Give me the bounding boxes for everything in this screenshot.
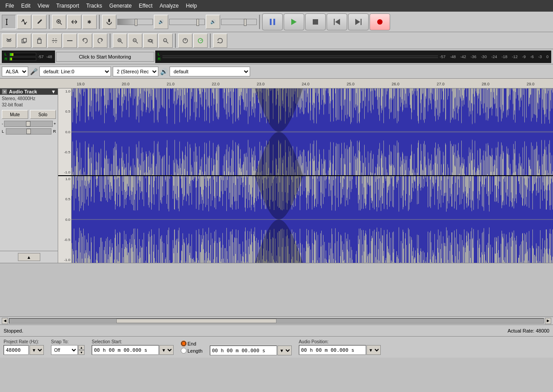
track-close-btn[interactable]: ✕ bbox=[2, 89, 7, 94]
trim-btn[interactable] bbox=[47, 34, 62, 48]
snap-to-select[interactable]: Off bbox=[51, 345, 78, 355]
cut-btn[interactable] bbox=[2, 34, 16, 48]
silence-btn[interactable] bbox=[63, 34, 77, 48]
selection-end-display[interactable]: 00 h 00 m 00.000 s bbox=[210, 346, 277, 355]
menu-transport[interactable]: Transport bbox=[53, 2, 83, 10]
selection-end-control: 00 h 00 m 00.000 s ▼ bbox=[210, 339, 292, 355]
skip-fwd-btn[interactable] bbox=[348, 13, 369, 30]
menu-tracks[interactable]: Tracks bbox=[83, 2, 106, 10]
svg-rect-12 bbox=[270, 19, 272, 25]
selection-end-dropdown[interactable]: ▼ bbox=[277, 346, 292, 355]
redo-btn[interactable] bbox=[93, 34, 107, 48]
scroll-left-btn[interactable]: ◀ bbox=[2, 318, 8, 324]
playback-meter-btn[interactable] bbox=[193, 34, 208, 48]
pan-row: L R bbox=[0, 128, 58, 135]
length-radio[interactable]: Length bbox=[181, 348, 203, 354]
selection-start-dropdown[interactable]: ▼ bbox=[159, 345, 174, 355]
mute-btn[interactable]: Mute bbox=[2, 110, 28, 119]
solo-btn[interactable]: Solo bbox=[30, 110, 56, 119]
scroll-thumb[interactable] bbox=[116, 319, 276, 323]
snap-down-btn[interactable]: ▼ bbox=[78, 350, 85, 355]
selection-start-label: Selection Start: bbox=[92, 339, 174, 344]
mic-icon-btn[interactable] bbox=[102, 15, 116, 29]
snap-up-btn[interactable]: ▲ bbox=[78, 345, 85, 350]
record-btn[interactable] bbox=[370, 13, 390, 30]
svg-rect-14 bbox=[313, 19, 318, 25]
waveform-display[interactable]: 1.0 0.5 0.0 -0.5 -1.0 1.0 0.5 0.0 -0.5 -… bbox=[58, 89, 553, 263]
input-volume-slider[interactable] bbox=[117, 19, 153, 25]
input-device-select[interactable]: default: Line:0 bbox=[39, 67, 111, 76]
multi-tool-btn[interactable]: ✱ bbox=[82, 15, 97, 29]
snap-to-control: Snap To: Off ▲ ▼ bbox=[51, 339, 85, 355]
click-monitor-btn[interactable]: Click to Start Monitoring bbox=[56, 52, 154, 62]
zoom-in-btn[interactable] bbox=[52, 15, 66, 29]
output-volume-slider[interactable] bbox=[169, 19, 205, 25]
scale-bottom: -1.0 bbox=[59, 170, 70, 174]
waveform-canvas-top[interactable] bbox=[72, 89, 553, 175]
copy-btn[interactable] bbox=[17, 34, 31, 48]
scroll-right-btn[interactable]: ▶ bbox=[545, 318, 551, 324]
pause-btn[interactable] bbox=[262, 13, 283, 30]
channel-bottom: 1.0 0.5 0.0 -0.5 -1.0 bbox=[58, 176, 553, 263]
audio-position-display[interactable]: 00 h 00 m 00.000 s bbox=[299, 345, 366, 355]
timeline-ruler[interactable]: 19.0 20.0 21.0 22.0 23.0 24.0 25.0 26.0 … bbox=[0, 79, 553, 89]
menu-effect[interactable]: Effect bbox=[135, 2, 156, 10]
zoom-fit-btn[interactable]: ↔ bbox=[158, 34, 173, 48]
menu-analyze[interactable]: Analyze bbox=[156, 2, 183, 10]
menu-view[interactable]: View bbox=[34, 2, 53, 10]
track-info: Stereo, 48000Hz 32-bit float bbox=[0, 95, 58, 109]
selection-start-display[interactable]: 00 h 00 m 00.000 s bbox=[92, 345, 159, 355]
loop-btn[interactable] bbox=[213, 34, 227, 48]
pan-tool-btn[interactable] bbox=[67, 15, 81, 29]
svg-rect-16 bbox=[361, 19, 362, 25]
selection-start-value: 00 h 00 m 00.000 s bbox=[94, 347, 147, 353]
output-speaker-icon: 🔊 bbox=[206, 15, 220, 29]
menu-generate[interactable]: Generate bbox=[106, 2, 135, 10]
driver-select[interactable]: ALSA bbox=[2, 67, 28, 76]
paste-btn[interactable] bbox=[32, 34, 47, 48]
project-rate-display[interactable]: 48000 bbox=[4, 345, 29, 355]
channels-select[interactable]: 2 (Stereo) Rec bbox=[113, 67, 158, 76]
stop-btn[interactable] bbox=[305, 13, 326, 30]
track-collapse-btn[interactable]: ▲ bbox=[18, 253, 40, 261]
scale-center: 0.0 bbox=[59, 130, 70, 134]
playback-volume-slider[interactable] bbox=[221, 19, 257, 25]
horizontal-scrollbar: ◀ ▶ bbox=[0, 316, 553, 325]
selection-tool-btn[interactable] bbox=[2, 15, 16, 29]
speaker-icon: 🔊 bbox=[160, 68, 168, 75]
undo-btn[interactable] bbox=[78, 34, 92, 48]
zoom-out-edit-btn[interactable] bbox=[128, 34, 142, 48]
audio-position-dropdown[interactable]: ▼ bbox=[366, 345, 381, 355]
waveform-canvas-bottom[interactable] bbox=[72, 176, 553, 263]
pan-slider[interactable] bbox=[6, 128, 51, 135]
gain-slider[interactable] bbox=[4, 121, 53, 127]
input-meter[interactable]: L R -57 -48 bbox=[2, 51, 55, 63]
project-rate-dropdown[interactable]: ▼ bbox=[30, 345, 44, 355]
skip-back-btn[interactable] bbox=[327, 13, 347, 30]
toolbar-sep-1 bbox=[49, 15, 50, 29]
svg-rect-15 bbox=[334, 19, 335, 25]
scroll-track[interactable] bbox=[9, 318, 544, 324]
tools-row: ↔ bbox=[0, 32, 553, 49]
end-radio[interactable]: End bbox=[181, 341, 203, 346]
envelope-tool-btn[interactable] bbox=[17, 15, 31, 29]
output-meter[interactable]: L R -57-48-42-36-30-24-18-12-9-6-30 bbox=[155, 51, 551, 63]
play-btn[interactable] bbox=[284, 13, 304, 30]
output-device-select[interactable]: default bbox=[170, 67, 250, 76]
pencil-tool-btn[interactable] bbox=[32, 15, 47, 29]
zoom-sel-btn[interactable] bbox=[143, 34, 157, 48]
length-label: Length bbox=[187, 348, 203, 354]
menu-help[interactable]: Help bbox=[183, 2, 201, 10]
length-radio-input[interactable] bbox=[181, 348, 187, 354]
track-title: Audio Track bbox=[9, 89, 37, 94]
svg-point-4 bbox=[24, 23, 26, 25]
menu-edit[interactable]: Edit bbox=[17, 2, 34, 10]
menu-file[interactable]: File bbox=[2, 2, 17, 10]
end-radio-input[interactable] bbox=[181, 341, 187, 346]
track-dropdown-icon[interactable]: ▼ bbox=[51, 89, 56, 94]
record-meter-btn[interactable] bbox=[178, 34, 192, 48]
svg-point-17 bbox=[377, 19, 383, 25]
sep-edit-1 bbox=[110, 34, 111, 48]
svg-rect-21 bbox=[38, 38, 40, 40]
zoom-in-edit-btn[interactable] bbox=[113, 34, 127, 48]
